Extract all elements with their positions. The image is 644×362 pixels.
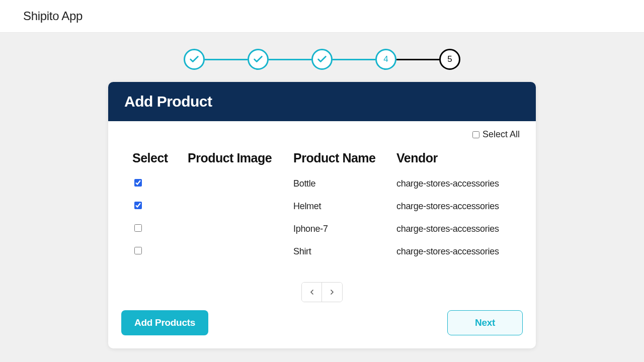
pager-box (301, 282, 343, 302)
app-header: Shipito App (0, 0, 644, 33)
select-all-row: Select All (108, 121, 536, 140)
cell-name: Iphone-7 (293, 224, 396, 234)
check-icon (253, 54, 264, 65)
cell-name: Shirt (293, 246, 396, 257)
step-connector (205, 59, 248, 60)
table-row: Shirt charge-stores-accessories (132, 240, 512, 263)
cell-vendor: charge-stores-accessories (396, 246, 512, 257)
product-table: Select Product Image Product Name Vendor… (108, 140, 536, 273)
step-connector (333, 59, 375, 60)
table-row: Iphone-7 charge-stores-accessories (132, 218, 512, 240)
step-connector (396, 59, 439, 60)
chevron-left-icon (308, 288, 316, 296)
row-checkbox[interactable] (134, 202, 142, 209)
table-row: Helmet charge-stores-accessories (132, 195, 512, 218)
cell-vendor: charge-stores-accessories (396, 201, 512, 212)
pagination (108, 273, 536, 306)
content-wrapper: 4 5 Add Product Select All Select Produc… (0, 33, 644, 348)
next-button[interactable]: Next (447, 310, 523, 335)
row-checkbox[interactable] (134, 247, 142, 254)
cell-name: Bottle (293, 178, 396, 189)
app-title: Shipito App (23, 9, 621, 23)
step-4: 4 (375, 49, 396, 70)
step-label: 5 (447, 54, 452, 64)
step-2 (248, 49, 269, 70)
table-row: Bottle charge-stores-accessories (132, 172, 512, 195)
check-icon (316, 54, 328, 65)
step-3 (311, 49, 333, 70)
row-checkbox[interactable] (134, 179, 142, 187)
column-name: Product Name (293, 151, 396, 165)
step-connector (269, 59, 311, 60)
add-product-card: Add Product Select All Select Product Im… (108, 82, 536, 348)
select-all-label: Select All (482, 129, 520, 140)
step-label: 4 (383, 54, 388, 64)
cell-vendor: charge-stores-accessories (396, 224, 512, 234)
prev-page-button[interactable] (302, 283, 322, 302)
select-all-checkbox[interactable] (472, 131, 479, 138)
card-header: Add Product (108, 82, 536, 121)
cell-name: Helmet (293, 201, 396, 212)
card-footer: Add Products Next (108, 306, 536, 348)
table-header-row: Select Product Image Product Name Vendor (132, 144, 512, 172)
cell-vendor: charge-stores-accessories (396, 178, 512, 189)
column-select: Select (132, 151, 188, 165)
chevron-right-icon (328, 288, 336, 296)
row-checkbox[interactable] (134, 224, 142, 232)
check-icon (189, 54, 200, 65)
column-image: Product Image (188, 151, 293, 165)
card-title: Add Product (124, 93, 520, 110)
add-products-button[interactable]: Add Products (121, 310, 208, 335)
step-1 (184, 49, 205, 70)
next-page-button[interactable] (322, 283, 342, 302)
column-vendor: Vendor (396, 151, 512, 165)
step-5: 5 (439, 49, 460, 70)
progress-stepper: 4 5 (0, 49, 644, 70)
